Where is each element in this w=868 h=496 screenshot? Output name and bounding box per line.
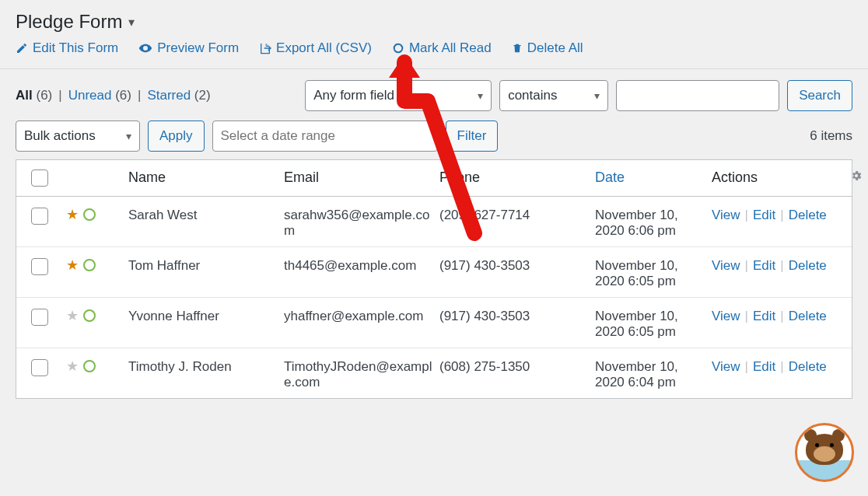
read-status-icon[interactable] [83, 309, 96, 322]
svg-point-0 [394, 44, 403, 53]
entries-table: Name Email Phone Date Actions ★ Sarah We… [16, 159, 852, 399]
pencil-icon [16, 42, 28, 54]
star-icon[interactable]: ★ [66, 208, 79, 222]
row-checkbox[interactable] [31, 359, 48, 376]
mark-all-read-label: Mark All Read [409, 40, 492, 56]
read-status-icon[interactable] [83, 208, 96, 221]
eye-icon [138, 41, 152, 55]
tab-starred[interactable]: Starred (2) [147, 88, 210, 103]
field-select-value: Any form field [313, 88, 394, 103]
bear-mascot-icon [806, 434, 843, 465]
col-email[interactable]: Email [281, 169, 436, 186]
circle-icon [392, 42, 404, 54]
view-link[interactable]: View [712, 309, 740, 324]
status-tabs: All (6) | Unread (6) | Starred (2) [16, 88, 211, 103]
gear-icon[interactable] [841, 169, 868, 182]
cell-name: Timothy J. Roden [125, 359, 281, 375]
edit-form-button[interactable]: Edit This Form [16, 40, 118, 56]
cell-name: Tom Haffner [125, 258, 281, 274]
tab-all[interactable]: All (6) [16, 88, 52, 103]
edit-link[interactable]: Edit [753, 208, 775, 223]
row-checkbox[interactable] [31, 309, 48, 326]
cell-email: sarahw356@example.com [281, 208, 436, 239]
trash-icon [512, 42, 523, 54]
view-link[interactable]: View [712, 258, 740, 274]
filter-button[interactable]: Filter [446, 121, 499, 152]
help-mascot-button[interactable] [795, 423, 854, 482]
cell-email: th4465@example.com [281, 258, 436, 274]
select-all-checkbox[interactable] [31, 169, 48, 187]
cell-phone: (209) 627-7714 [436, 208, 592, 223]
cell-phone: (917) 430-3503 [436, 309, 592, 324]
table-row: ★ Timothy J. Roden TimothyJRoden@example… [16, 348, 852, 398]
table-row: ★ Tom Haffner th4465@example.com (917) 4… [16, 247, 852, 298]
delete-all-label: Delete All [527, 40, 583, 56]
mark-all-read-button[interactable]: Mark All Read [392, 40, 492, 56]
cell-email: yhaffner@example.com [281, 309, 436, 324]
read-status-icon[interactable] [83, 259, 96, 271]
chevron-down-icon: ▾ [128, 15, 135, 30]
table-header-row: Name Email Phone Date Actions [16, 160, 852, 197]
chevron-down-icon: ▾ [126, 130, 131, 142]
star-icon[interactable]: ★ [66, 258, 79, 272]
cell-date: November 10, 2020 6:05 pm [592, 309, 709, 340]
table-row: ★ Yvonne Haffner yhaffner@example.com (9… [16, 298, 852, 348]
apply-button[interactable]: Apply [148, 121, 205, 152]
cell-name: Yvonne Haffner [125, 309, 281, 324]
date-range-input[interactable] [212, 121, 438, 152]
delete-all-button[interactable]: Delete All [512, 40, 583, 56]
operator-select[interactable]: contains ▾ [499, 80, 608, 111]
delete-link[interactable]: Delete [789, 309, 827, 324]
col-actions: Actions [709, 169, 841, 186]
cell-phone: (917) 430-3503 [436, 258, 592, 274]
chevron-down-icon: ▾ [594, 89, 600, 102]
cell-name: Sarah West [125, 208, 281, 223]
search-button[interactable]: Search [787, 80, 852, 111]
edit-form-label: Edit This Form [33, 40, 118, 56]
cell-email: TimothyJRoden@example.com [281, 359, 436, 390]
view-link[interactable]: View [712, 208, 740, 223]
items-count: 6 items [810, 128, 852, 144]
page-title[interactable]: Pledge Form ▾ [16, 11, 852, 33]
tab-unread[interactable]: Unread (6) [68, 88, 131, 103]
edit-link[interactable]: Edit [753, 258, 775, 274]
edit-link[interactable]: Edit [753, 359, 775, 375]
bulk-actions-value: Bulk actions [24, 128, 96, 144]
col-name[interactable]: Name [125, 169, 281, 186]
delete-link[interactable]: Delete [789, 208, 827, 223]
search-input[interactable] [616, 80, 779, 111]
export-all-button[interactable]: Export All (CSV) [259, 40, 372, 56]
preview-form-button[interactable]: Preview Form [138, 40, 239, 56]
top-actions-bar: Edit This Form Preview Form Export All (… [16, 40, 852, 64]
col-date[interactable]: Date [592, 169, 709, 186]
export-all-label: Export All (CSV) [276, 40, 372, 56]
col-phone[interactable]: Phone [436, 169, 592, 186]
cell-date: November 10, 2020 6:06 pm [592, 208, 709, 239]
star-icon[interactable]: ★ [66, 309, 79, 323]
operator-select-value: contains [508, 88, 557, 103]
delete-link[interactable]: Delete [789, 359, 827, 375]
field-select[interactable]: Any form field ▾ [305, 80, 492, 111]
read-status-icon[interactable] [83, 360, 96, 372]
page-title-text: Pledge Form [16, 11, 122, 33]
row-checkbox[interactable] [31, 258, 48, 275]
cell-date: November 10, 2020 6:04 pm [592, 359, 709, 390]
cell-date: November 10, 2020 6:05 pm [592, 258, 709, 289]
row-checkbox[interactable] [31, 208, 48, 225]
table-row: ★ Sarah West sarahw356@example.com (209)… [16, 197, 852, 247]
view-link[interactable]: View [712, 359, 740, 375]
delete-link[interactable]: Delete [789, 258, 827, 274]
preview-form-label: Preview Form [157, 40, 239, 56]
star-icon[interactable]: ★ [66, 359, 79, 373]
cell-phone: (608) 275-1350 [436, 359, 592, 375]
export-icon [259, 42, 271, 54]
bulk-actions-select[interactable]: Bulk actions ▾ [16, 121, 140, 152]
chevron-down-icon: ▾ [478, 89, 483, 102]
edit-link[interactable]: Edit [753, 309, 775, 324]
